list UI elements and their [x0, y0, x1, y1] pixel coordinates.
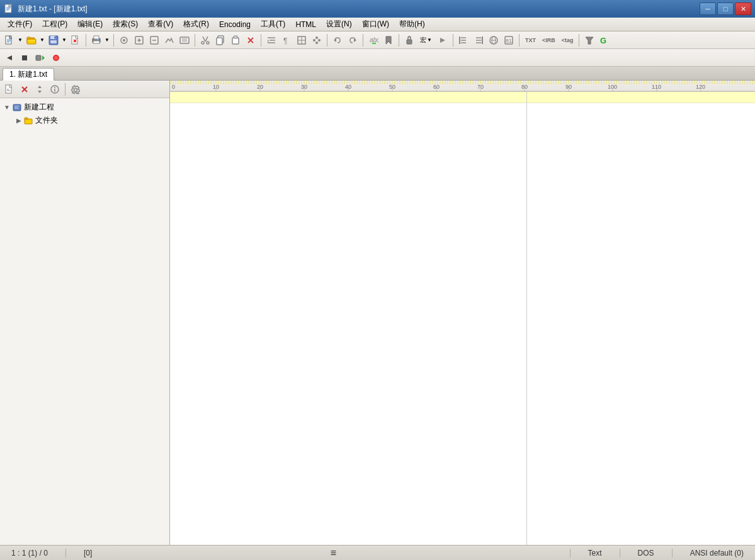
toolbar-end3[interactable]	[487, 33, 501, 47]
save-button[interactable]	[47, 33, 60, 47]
tab-item[interactable]: 1. 新建1.txt	[3, 68, 54, 81]
paste-button[interactable]	[229, 33, 242, 47]
app-icon	[4, 4, 14, 14]
spell-check-button[interactable]: abc	[366, 33, 380, 47]
menu-search[interactable]: 搜索(S)	[108, 18, 143, 31]
menu-format[interactable]: 格式(R)	[178, 18, 214, 31]
svg-marker-61	[440, 38, 445, 43]
open-button[interactable]	[25, 33, 38, 47]
html-tag-btn[interactable]: <tag	[559, 33, 576, 47]
close-file-button[interactable]	[69, 33, 82, 47]
svg-text:120: 120	[696, 84, 705, 90]
svg-marker-88	[38, 86, 42, 88]
stop-play-button[interactable]	[18, 51, 31, 65]
menu-settings[interactable]: 设置(N)	[321, 18, 357, 31]
new-file-group: ▼	[3, 33, 23, 47]
html-text-btn[interactable]: TXT	[523, 33, 538, 47]
svg-text:¶: ¶	[283, 36, 287, 45]
open-arrow[interactable]: ▼	[39, 33, 45, 47]
sep10	[579, 34, 579, 47]
tree-area: ▼ 新建工程 ▶	[0, 98, 169, 545]
title-bar-left: 新建1.txt - [新建1.txt]	[4, 4, 88, 14]
toolbar-indent[interactable]	[264, 33, 278, 47]
restore-button[interactable]: □	[717, 3, 734, 15]
tree-children: ▶ 文件夹	[3, 114, 167, 127]
menu-file[interactable]: 文件(F)	[3, 18, 37, 31]
sep1	[86, 34, 86, 47]
lp-delete-button[interactable]	[18, 82, 31, 96]
play-back-button[interactable]	[3, 51, 16, 65]
html-rtf-btn[interactable]: <IRB	[540, 33, 558, 47]
menu-html[interactable]: HTML	[290, 18, 321, 31]
lp-move-button[interactable]	[33, 82, 47, 96]
new-file-arrow[interactable]: ▼	[17, 33, 23, 47]
toolbar-btn-d[interactable]	[162, 33, 176, 47]
record2-button[interactable]	[49, 51, 63, 65]
print-button[interactable]	[89, 33, 103, 47]
toolbar-table[interactable]	[295, 33, 309, 47]
menu-encoding[interactable]: Encoding	[214, 18, 256, 31]
toolbar-special[interactable]	[310, 33, 324, 47]
print-arrow[interactable]: ▼	[104, 33, 110, 47]
tree-project-item[interactable]: ▼ 新建工程	[3, 101, 167, 114]
svg-line-37	[203, 36, 205, 42]
menu-project[interactable]: 工程(P)	[37, 18, 72, 31]
delete-button[interactable]	[244, 33, 258, 47]
svg-rect-78	[22, 55, 27, 60]
cut-button[interactable]	[198, 33, 212, 47]
svg-point-93	[74, 88, 77, 91]
lp-new-button[interactable]	[3, 82, 16, 96]
lock-button[interactable]	[402, 33, 416, 47]
svg-rect-95	[14, 106, 20, 106]
svg-marker-89	[38, 91, 42, 93]
svg-rect-12	[27, 37, 30, 39]
toolbar-btn-c[interactable]	[147, 33, 161, 47]
editor-area[interactable]: 0 10 20 30 40 50 60 70 80 90 100 110 120	[170, 81, 755, 545]
toolbar-secondary	[0, 49, 755, 67]
copy-button[interactable]	[213, 33, 227, 47]
title-bar-controls: ─ □ ✕	[700, 3, 751, 15]
svg-rect-96	[14, 107, 18, 108]
toolbar-end4[interactable]: 81	[502, 33, 516, 47]
svg-rect-13	[28, 40, 35, 41]
svg-point-56	[315, 42, 318, 44]
editor-content[interactable]	[170, 92, 755, 545]
redo-button[interactable]	[346, 33, 360, 47]
save-group: ▼	[47, 33, 67, 47]
svg-rect-40	[217, 38, 222, 45]
new-file-button[interactable]	[3, 33, 16, 47]
bookmark-button[interactable]	[382, 33, 395, 47]
toolbar-btn-e[interactable]	[178, 33, 191, 47]
menu-tools[interactable]: 工具(T)	[256, 18, 290, 31]
nav-button[interactable]	[436, 33, 450, 47]
undo-button[interactable]	[331, 33, 344, 47]
close-button[interactable]: ✕	[735, 3, 751, 15]
title-bar: 新建1.txt - [新建1.txt] ─ □ ✕	[0, 0, 755, 18]
vertical-guide-line	[526, 92, 527, 545]
toolbar-btn-b[interactable]	[132, 33, 146, 47]
svg-line-38	[205, 36, 208, 42]
status-sep4	[672, 549, 673, 557]
toolbar-pilcrow[interactable]: ¶	[280, 33, 293, 47]
minimize-button[interactable]: ─	[700, 3, 716, 15]
toolbar-web[interactable]: G	[598, 33, 611, 47]
svg-text:G: G	[600, 36, 606, 45]
lp-info-button[interactable]	[48, 82, 62, 96]
svg-text:abc: abc	[370, 36, 378, 43]
menu-window[interactable]: 窗口(W)	[357, 18, 394, 31]
toolbar-btn-a[interactable]	[117, 33, 131, 47]
toolbar-filter[interactable]	[582, 33, 596, 47]
toolbar-end1[interactable]	[457, 33, 470, 47]
tree-folder-item[interactable]: ▶ 文件夹	[15, 114, 167, 127]
save-arrow[interactable]: ▼	[61, 33, 67, 47]
current-line-highlight	[170, 92, 755, 103]
menu-edit[interactable]: 编辑(E)	[72, 18, 108, 31]
sep6	[363, 34, 363, 47]
menu-view[interactable]: 查看(V)	[143, 18, 178, 31]
record-button[interactable]	[33, 51, 48, 65]
menu-bar: 文件(F) 工程(P) 编辑(E) 搜索(S) 查看(V) 格式(R) Enco…	[0, 18, 755, 31]
toolbar-end2[interactable]	[472, 33, 485, 47]
lp-settings-button[interactable]	[69, 82, 82, 96]
macro-button[interactable]: 宏 ▼	[417, 33, 434, 47]
menu-help[interactable]: 帮助(H)	[394, 18, 430, 31]
